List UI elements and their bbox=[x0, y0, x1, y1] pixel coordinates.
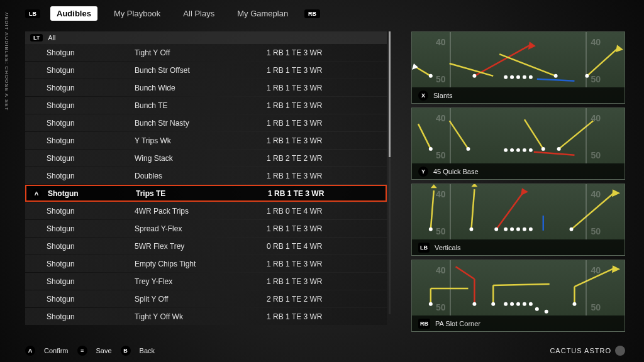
svg-marker-39 bbox=[612, 189, 620, 197]
formation-label: Shotgun bbox=[47, 66, 135, 75]
play-name-label: Bunch Str Nasty bbox=[135, 119, 267, 128]
confirm-button-icon[interactable]: A bbox=[25, 346, 35, 356]
tab-all-plays[interactable]: All Plays bbox=[177, 6, 221, 21]
confirm-label: Confirm bbox=[44, 347, 69, 354]
plays-panel: LT All ShotgunTight Y Off1 RB 1 TE 3 WRS… bbox=[25, 31, 387, 333]
svg-point-60 bbox=[510, 302, 514, 306]
tab-my-playbook[interactable]: My Playbook bbox=[108, 6, 167, 21]
gamertag: CACTUS ASTRO bbox=[550, 346, 625, 356]
play-row[interactable]: ShotgunBunch Str Offset1 RB 1 TE 3 WR bbox=[25, 62, 387, 79]
top-nav: LB Audibles My Playbook All Plays My Gam… bbox=[25, 6, 320, 21]
personnel-label: 1 RB 1 TE 3 WR bbox=[267, 84, 382, 92]
svg-point-9 bbox=[504, 75, 508, 79]
svg-line-53 bbox=[456, 266, 475, 279]
sidebar-context-label: //EDIT AUDIBLES: CHOOSE A SET bbox=[4, 13, 9, 111]
svg-line-0 bbox=[415, 67, 431, 76]
play-row[interactable]: Shotgun5WR Flex Trey0 RB 1 TE 4 WR bbox=[25, 238, 387, 255]
formation-label: Shotgun bbox=[47, 119, 135, 128]
personnel-label: 1 RB 1 TE 3 WR bbox=[267, 101, 382, 110]
svg-point-30 bbox=[541, 147, 545, 151]
card-play-name: PA Slot Corner bbox=[435, 320, 480, 327]
personnel-label: 1 RB 1 TE 3 WR bbox=[267, 172, 382, 180]
svg-line-22 bbox=[534, 152, 575, 155]
svg-point-59 bbox=[504, 302, 508, 306]
svg-line-19 bbox=[450, 121, 469, 149]
play-row[interactable]: ShotgunBunch Str Nasty1 RB 1 TE 3 WR bbox=[25, 114, 387, 131]
svg-point-64 bbox=[535, 307, 539, 311]
personnel-label: 1 RB 0 TE 4 WR bbox=[267, 207, 382, 216]
card-footer: LB Verticals bbox=[412, 239, 625, 255]
audible-card[interactable]: 40 50 40 50 LB Verticals bbox=[411, 184, 625, 256]
play-row[interactable]: Shotgun4WR Pack Trips1 RB 0 TE 4 WR bbox=[25, 202, 387, 219]
plays-list[interactable]: ShotgunTight Y Off1 RB 1 TE 3 WRShotgunB… bbox=[25, 44, 387, 327]
svg-line-6 bbox=[587, 48, 618, 76]
svg-point-17 bbox=[585, 74, 589, 78]
play-row[interactable]: ShotgunTight Y Off Wk1 RB 1 TE 3 WR bbox=[25, 308, 387, 325]
scrollbar[interactable] bbox=[389, 31, 391, 314]
svg-point-45 bbox=[529, 228, 533, 231]
formation-label: Shotgun bbox=[47, 101, 135, 110]
svg-point-68 bbox=[491, 302, 495, 306]
card-play-name: Slants bbox=[433, 92, 453, 99]
svg-point-15 bbox=[472, 74, 476, 78]
play-row[interactable]: ShotgunBunch Wide1 RB 1 TE 3 WR bbox=[25, 79, 387, 96]
card-button-icon: RB bbox=[418, 319, 430, 329]
play-row[interactable]: AShotgunTrips TE1 RB 1 TE 3 WR bbox=[25, 185, 387, 202]
back-label: Back bbox=[140, 347, 155, 354]
tab-audibles[interactable]: Audibles bbox=[50, 6, 97, 21]
svg-point-48 bbox=[494, 228, 498, 231]
save-button-icon[interactable]: ≡ bbox=[77, 346, 87, 356]
filter-label: All bbox=[48, 34, 55, 41]
personnel-label: 1 RB 1 TE 3 WR bbox=[267, 277, 382, 286]
card-footer: RB PA Slot Corner bbox=[412, 315, 625, 331]
play-row[interactable]: ShotgunTrey Y-Flex1 RB 1 TE 3 WR bbox=[25, 273, 387, 290]
svg-point-41 bbox=[504, 228, 508, 231]
play-name-label: Trey Y-Flex bbox=[135, 277, 267, 286]
play-row[interactable]: ShotgunWing Stack1 RB 2 TE 2 WR bbox=[25, 150, 387, 167]
play-row[interactable]: ShotgunY Trips Wk1 RB 1 TE 3 WR bbox=[25, 132, 387, 149]
play-row[interactable]: ShotgunTight Y Off1 RB 1 TE 3 WR bbox=[25, 44, 387, 61]
svg-point-12 bbox=[523, 75, 526, 79]
audible-cards: 40 50 40 50 X Slants 40 50 40 50 Y 45 Qu… bbox=[411, 31, 625, 332]
personnel-label: 1 RB 1 TE 3 WR bbox=[267, 260, 382, 268]
rb-bumper-icon[interactable]: RB bbox=[304, 9, 320, 18]
formation-label: Shotgun bbox=[47, 260, 135, 268]
card-button-icon: X bbox=[418, 90, 428, 101]
play-row[interactable]: ShotgunSpread Y-Flex1 RB 1 TE 3 WR bbox=[25, 220, 387, 237]
play-name-label: Tight Y Off Wk bbox=[135, 312, 267, 321]
play-name-label: Doubles bbox=[135, 172, 267, 180]
play-row[interactable]: ShotgunBunch TE1 RB 1 TE 3 WR bbox=[25, 97, 387, 114]
svg-point-26 bbox=[523, 148, 526, 152]
lb-bumper-icon[interactable]: LB bbox=[25, 9, 40, 18]
svg-point-14 bbox=[429, 74, 433, 78]
formation-label: Shotgun bbox=[48, 189, 136, 198]
filter-row[interactable]: LT All bbox=[25, 31, 387, 44]
card-play-name: Verticals bbox=[435, 244, 461, 251]
svg-marker-37 bbox=[521, 188, 528, 195]
tab-my-gameplan[interactable]: My Gameplan bbox=[231, 6, 294, 21]
play-name-label: Trips TE bbox=[136, 189, 268, 198]
svg-point-46 bbox=[429, 228, 433, 231]
play-name-label: Y Trips Wk bbox=[135, 136, 267, 145]
svg-point-66 bbox=[429, 302, 433, 306]
svg-point-62 bbox=[523, 302, 526, 306]
play-row[interactable]: ShotgunEmpty Chips Tight1 RB 1 TE 3 WR bbox=[25, 255, 387, 272]
svg-point-65 bbox=[545, 310, 548, 314]
play-row[interactable]: ShotgunSplit Y Off2 RB 1 TE 2 WR bbox=[25, 290, 387, 307]
svg-marker-33 bbox=[431, 184, 437, 188]
audible-card[interactable]: 40 50 40 50 RB PA Slot Corner bbox=[411, 260, 625, 332]
svg-line-34 bbox=[471, 189, 474, 229]
save-label: Save bbox=[96, 347, 112, 354]
back-button-icon[interactable]: B bbox=[121, 346, 131, 356]
play-row[interactable]: ShotgunDoubles1 RB 1 TE 3 WR bbox=[25, 167, 387, 184]
personnel-label: 1 RB 1 TE 3 WR bbox=[267, 66, 382, 75]
play-name-label: Tight Y Off bbox=[135, 48, 267, 57]
audible-card[interactable]: 40 50 40 50 Y 45 Quick Base bbox=[411, 107, 625, 180]
audible-card[interactable]: 40 50 40 50 X Slants bbox=[411, 31, 625, 104]
svg-point-49 bbox=[570, 228, 574, 231]
personnel-label: 1 RB 1 TE 3 WR bbox=[267, 48, 382, 57]
svg-line-36 bbox=[496, 190, 525, 229]
svg-point-28 bbox=[429, 147, 433, 151]
a-button-icon: A bbox=[31, 189, 42, 199]
svg-line-38 bbox=[572, 192, 616, 229]
